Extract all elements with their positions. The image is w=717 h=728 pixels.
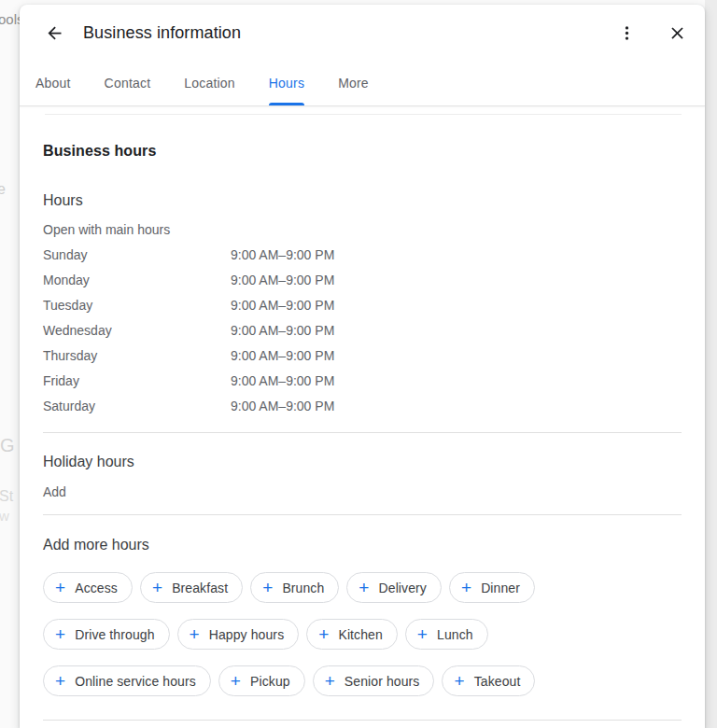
chip-access[interactable]: +Access — [43, 572, 133, 603]
dialog-topbar: Business information — [20, 5, 705, 61]
chip-label: Breakfast — [172, 581, 228, 595]
chip-drive-through[interactable]: +Drive through — [43, 619, 170, 650]
tab-label: About — [35, 76, 71, 91]
chip-kitchen[interactable]: +Kitchen — [306, 619, 398, 650]
tab-label: More — [338, 76, 369, 91]
chip-label: Happy hours — [209, 627, 284, 642]
plus-icon: + — [417, 625, 428, 643]
chip-happy-hours[interactable]: +Happy hours — [177, 619, 300, 650]
background-text-fragment: w — [0, 508, 9, 524]
chip-row: +Access+Breakfast+Brunch+Delivery+Dinner — [43, 572, 682, 603]
time-range-value: 9:00 AM–9:00 PM — [231, 298, 682, 313]
tab-label: Hours — [269, 76, 304, 91]
holiday-hours-add-link[interactable]: Add — [43, 483, 66, 500]
hours-row-saturday: Saturday9:00 AM–9:00 PM — [43, 393, 682, 418]
chip-label: Online service hours — [75, 674, 196, 689]
close-icon — [668, 23, 687, 43]
more-options-button[interactable] — [613, 20, 640, 46]
hours-row-monday: Monday9:00 AM–9:00 PM — [43, 267, 682, 292]
section-divider — [43, 720, 682, 721]
tab-contact[interactable]: Contact — [105, 61, 151, 105]
hours-section-title: Hours — [43, 191, 682, 210]
chip-label: Delivery — [379, 581, 427, 595]
active-tab-indicator — [269, 103, 304, 105]
plus-icon: + — [262, 579, 273, 596]
time-range-value: 9:00 AM–9:00 PM — [231, 399, 682, 413]
open-status-selector[interactable]: Open with main hours — [43, 221, 682, 238]
section-divider — [45, 114, 682, 115]
day-label: Thursday — [43, 348, 231, 363]
tab-more[interactable]: More — [338, 61, 369, 105]
background-text-fragment: G — [0, 435, 15, 456]
hours-type-chip-group: +Access+Breakfast+Brunch+Delivery+Dinner… — [43, 572, 682, 696]
day-label: Friday — [43, 373, 231, 388]
plus-icon: + — [318, 625, 329, 643]
section-divider — [43, 514, 682, 515]
time-range-value: 9:00 AM–9:00 PM — [231, 273, 682, 287]
plus-icon: + — [231, 672, 241, 690]
chip-takeout[interactable]: +Takeout — [442, 665, 535, 696]
chip-label: Drive through — [75, 627, 154, 642]
chip-online-service-hours[interactable]: +Online service hours — [43, 665, 211, 696]
plus-icon: + — [152, 579, 162, 596]
plus-icon: + — [461, 579, 471, 596]
close-button[interactable] — [664, 20, 690, 46]
business-information-dialog: Business information AboutContactLocatio… — [20, 5, 705, 728]
chip-label: Access — [75, 581, 118, 595]
section-divider — [43, 432, 682, 433]
plus-icon: + — [454, 672, 464, 690]
chip-label: Senior hours — [344, 674, 420, 689]
chip-delivery[interactable]: +Delivery — [346, 572, 442, 603]
day-label: Wednesday — [43, 323, 231, 338]
background-gray-strip — [705, 0, 717, 728]
business-hours-heading: Business hours — [43, 142, 682, 161]
day-label: Saturday — [43, 399, 231, 413]
background-text-fragment: e — [0, 181, 6, 198]
tab-location[interactable]: Location — [184, 61, 235, 105]
plus-icon: + — [358, 579, 369, 596]
chip-lunch[interactable]: +Lunch — [405, 619, 488, 650]
chip-pickup[interactable]: +Pickup — [218, 665, 305, 696]
hours-row-tuesday: Tuesday9:00 AM–9:00 PM — [43, 292, 682, 317]
tab-label: Contact — [105, 76, 151, 91]
day-label: Tuesday — [43, 298, 231, 313]
tab-bar: AboutContactLocationHoursMore — [20, 61, 705, 105]
time-range-value: 9:00 AM–9:00 PM — [231, 348, 682, 363]
day-label: Monday — [43, 273, 231, 287]
chip-dinner[interactable]: +Dinner — [449, 572, 535, 603]
hours-row-wednesday: Wednesday9:00 AM–9:00 PM — [43, 317, 682, 343]
tab-about[interactable]: About — [35, 61, 71, 105]
hours-row-thursday: Thursday9:00 AM–9:00 PM — [43, 343, 682, 368]
arrow-left-icon — [45, 23, 64, 43]
plus-icon: + — [55, 672, 65, 690]
chip-label: Brunch — [282, 581, 324, 595]
day-label: Sunday — [43, 247, 231, 262]
dialog-content: Business hours Hours Open with main hour… — [20, 114, 705, 721]
time-range-value: 9:00 AM–9:00 PM — [231, 247, 682, 262]
dialog-title: Business information — [83, 23, 241, 43]
chip-row: +Online service hours+Pickup+Senior hour… — [43, 665, 682, 696]
plus-icon: + — [325, 672, 335, 690]
holiday-hours-title: Holiday hours — [43, 453, 682, 471]
plus-icon: + — [190, 625, 200, 643]
chip-label: Pickup — [250, 674, 290, 689]
plus-icon: + — [55, 579, 65, 596]
kebab-menu-icon — [618, 24, 636, 42]
background-text-fragment: St — [0, 488, 13, 505]
time-range-value: 9:00 AM–9:00 PM — [231, 323, 682, 338]
hours-row-friday: Friday9:00 AM–9:00 PM — [43, 368, 682, 393]
chip-brunch[interactable]: +Brunch — [250, 572, 339, 603]
chip-label: Lunch — [437, 627, 473, 642]
chip-senior-hours[interactable]: +Senior hours — [313, 665, 435, 696]
chip-label: Takeout — [474, 674, 521, 689]
chip-label: Kitchen — [338, 627, 382, 642]
plus-icon: + — [55, 625, 65, 643]
add-more-hours-title: Add more hours — [43, 536, 682, 554]
chip-breakfast[interactable]: +Breakfast — [140, 572, 243, 603]
dialog-header: Business information AboutContactLocatio… — [20, 5, 705, 106]
weekly-hours-list: Sunday9:00 AM–9:00 PMMonday9:00 AM–9:00 … — [43, 242, 682, 418]
tab-label: Location — [184, 76, 235, 91]
chip-label: Dinner — [481, 581, 520, 595]
tab-hours[interactable]: Hours — [269, 61, 304, 105]
back-button[interactable] — [41, 20, 67, 46]
